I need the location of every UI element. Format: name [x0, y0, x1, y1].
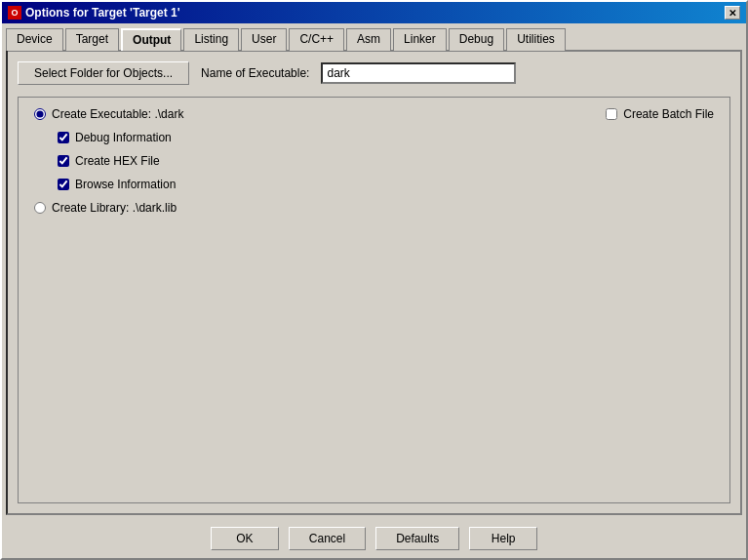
create-library-row: Create Library: .\dark.lib	[34, 201, 714, 215]
ok-button[interactable]: OK	[211, 527, 279, 550]
tab-utilities[interactable]: Utilities	[506, 28, 566, 51]
name-exe-label: Name of Executable:	[201, 66, 309, 80]
create-executable-label: Create Executable: .\dark	[52, 107, 183, 121]
tab-device[interactable]: Device	[6, 28, 63, 51]
select-folder-button[interactable]: Select Folder for Objects...	[18, 61, 189, 85]
create-hex-label[interactable]: Create HEX File	[75, 154, 160, 168]
debug-info-checkbox[interactable]	[58, 132, 69, 143]
close-button[interactable]: ✕	[725, 6, 740, 20]
tab-user[interactable]: User	[241, 28, 287, 51]
title-bar-left: O Options for Target 'Target 1'	[8, 6, 180, 20]
tab-bar: Device Target Output Listing User C/C++ …	[2, 23, 746, 50]
create-hex-row: Create HEX File	[58, 154, 714, 168]
top-row: Select Folder for Objects... Name of Exe…	[18, 61, 730, 85]
defaults-button[interactable]: Defaults	[375, 527, 459, 550]
create-batch-file-row: Create Batch File	[606, 107, 714, 121]
tab-content: Select Folder for Objects... Name of Exe…	[6, 50, 742, 515]
help-button[interactable]: Help	[469, 527, 537, 550]
bottom-bar: OK Cancel Defaults Help	[2, 519, 746, 558]
create-executable-radio[interactable]	[34, 108, 46, 120]
browse-info-checkbox[interactable]	[58, 179, 69, 190]
options-group: Create Batch File Create Executable: .\d…	[18, 97, 730, 503]
debug-info-label[interactable]: Debug Information	[75, 131, 172, 144]
tab-listing[interactable]: Listing	[183, 28, 239, 51]
title-bar: O Options for Target 'Target 1' ✕	[2, 2, 746, 23]
browse-info-row: Browse Information	[58, 178, 714, 191]
browse-info-label[interactable]: Browse Information	[75, 178, 176, 191]
create-batch-checkbox[interactable]	[606, 108, 617, 120]
tab-cpp[interactable]: C/C++	[289, 28, 344, 51]
name-exe-input[interactable]	[321, 62, 516, 84]
create-hex-checkbox[interactable]	[58, 155, 69, 167]
tab-asm[interactable]: Asm	[346, 28, 391, 51]
create-batch-label[interactable]: Create Batch File	[623, 107, 714, 121]
create-library-radio[interactable]	[34, 202, 46, 214]
tab-output[interactable]: Output	[121, 28, 181, 51]
tab-linker[interactable]: Linker	[393, 28, 447, 51]
debug-info-row: Debug Information	[58, 131, 714, 144]
main-window: O Options for Target 'Target 1' ✕ Device…	[0, 0, 748, 560]
create-library-label: Create Library: .\dark.lib	[52, 201, 177, 215]
tab-target[interactable]: Target	[65, 28, 119, 51]
app-icon: O	[8, 6, 21, 20]
tab-debug[interactable]: Debug	[449, 28, 504, 51]
cancel-button[interactable]: Cancel	[289, 527, 366, 550]
window-title: Options for Target 'Target 1'	[25, 6, 180, 20]
